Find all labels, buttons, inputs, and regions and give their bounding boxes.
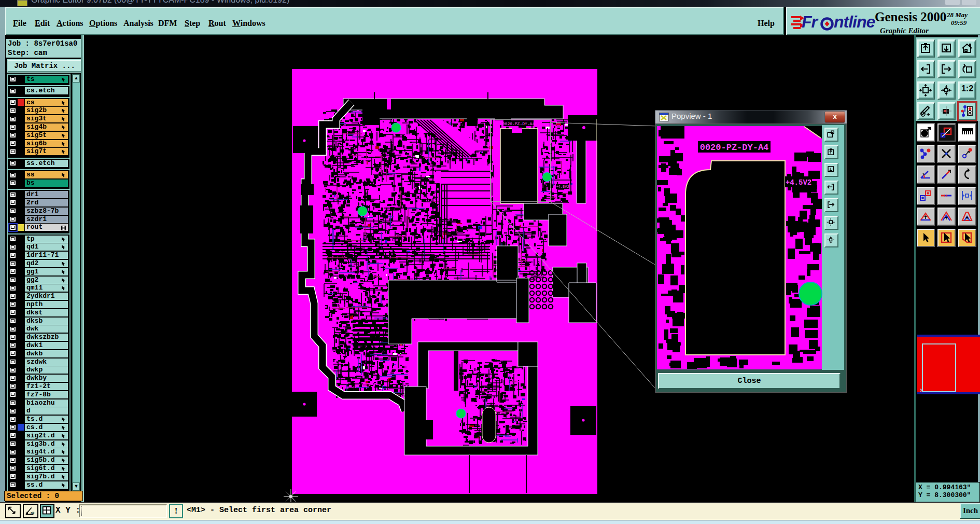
svg-text:ok: ok (31, 511, 35, 515)
svg-text:0020-PZ-DY-A4: 0020-PZ-DY-A4 (700, 143, 769, 153)
svg-text:+4.5V2: +4.5V2 (786, 178, 811, 187)
